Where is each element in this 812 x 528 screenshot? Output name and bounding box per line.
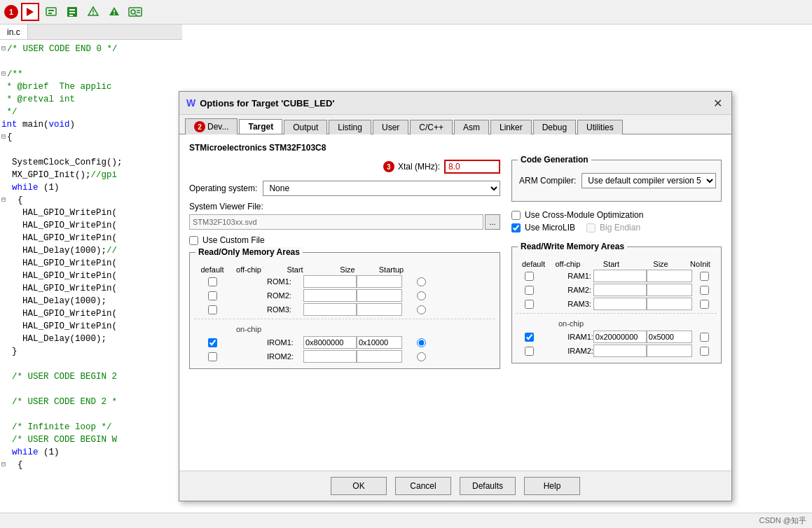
code-line: MX_GPIO_Init();//gpi xyxy=(0,169,182,181)
ok-button[interactable]: OK xyxy=(331,477,387,495)
code-text: /** xyxy=(7,68,23,81)
svg-rect-7 xyxy=(69,15,73,16)
toolbar-btn-3[interactable] xyxy=(63,3,81,21)
iram1-start[interactable] xyxy=(593,331,647,343)
iram1-noinit[interactable] xyxy=(692,333,717,342)
xtal-input[interactable] xyxy=(444,160,500,174)
ram2-start[interactable] xyxy=(593,284,647,296)
rom3-start[interactable] xyxy=(303,303,357,316)
irom2-size[interactable] xyxy=(357,350,402,363)
code-line: HAL_Delay(1000); xyxy=(0,333,182,345)
code-line: ⊟ { xyxy=(0,194,182,207)
toolbar-badge-1: 1 xyxy=(4,5,18,19)
ram2-default-cb[interactable] xyxy=(516,286,542,295)
tab-linker[interactable]: Linker xyxy=(490,120,532,134)
ram2-noinit[interactable] xyxy=(692,286,717,295)
debug-toolbar-button[interactable] xyxy=(21,3,39,21)
rom2-size[interactable] xyxy=(357,289,402,302)
tab-cpp[interactable]: C/C++ xyxy=(410,120,453,134)
code-text: /* USER CODE BEGIN W xyxy=(1,433,117,446)
big-endian-checkbox[interactable] xyxy=(586,223,596,232)
svf-browse-button[interactable]: ... xyxy=(485,214,500,230)
os-select[interactable]: None xyxy=(263,181,500,196)
code-editor[interactable]: ⊟ /* USER CODE END 0 */ ⊟ /** * @brief T… xyxy=(0,40,182,528)
tab-listing[interactable]: Listing xyxy=(329,120,371,134)
svg-rect-2 xyxy=(48,10,54,11)
code-text: HAL_GPIO_WritePin( xyxy=(1,232,117,244)
tab-output[interactable]: Output xyxy=(284,120,327,134)
custom-file-checkbox[interactable] xyxy=(189,236,198,245)
irom1-startup[interactable] xyxy=(402,338,441,347)
microlib-checkbox[interactable] xyxy=(511,223,521,232)
iram1-size[interactable] xyxy=(647,331,692,343)
tab-utilities[interactable]: Utilities xyxy=(577,120,623,134)
code-line: while (1) xyxy=(0,446,182,459)
toolbar-btn-6[interactable] xyxy=(126,3,144,21)
cancel-button[interactable]: Cancel xyxy=(395,477,451,495)
xtal-label: 3 Xtal (MHz): xyxy=(383,161,440,172)
code-text: { xyxy=(7,194,23,207)
ram3-noinit[interactable] xyxy=(692,300,717,309)
defaults-button[interactable]: Defaults xyxy=(460,477,516,495)
toolbar-btn-5[interactable] xyxy=(105,3,123,21)
ram1-noinit[interactable] xyxy=(692,272,717,281)
irom2-default-cb[interactable] xyxy=(194,352,230,361)
code-line: HAL_Delay(1000); xyxy=(0,295,182,307)
irom2-start[interactable] xyxy=(303,350,357,363)
code-text xyxy=(1,408,7,421)
ram2-size[interactable] xyxy=(647,284,692,296)
rom1-start[interactable] xyxy=(303,275,357,288)
toolbar-btn-4[interactable] xyxy=(84,3,102,21)
ram3-size[interactable] xyxy=(647,298,692,310)
code-line: HAL_GPIO_WritePin( xyxy=(0,270,182,282)
iram2-noinit[interactable] xyxy=(692,347,717,356)
code-text: HAL_GPIO_WritePin( xyxy=(1,282,117,295)
code-text: HAL_Delay(1000);// xyxy=(1,244,117,257)
rom2-startup[interactable] xyxy=(402,291,441,300)
ram1-default-cb[interactable] xyxy=(516,272,542,281)
ram1-size[interactable] xyxy=(647,270,692,282)
rom1-size[interactable] xyxy=(357,275,402,288)
rom1-row: ROM1: xyxy=(194,275,495,288)
tab-target[interactable]: Target xyxy=(239,119,282,134)
help-button[interactable]: Help xyxy=(524,477,580,495)
close-button[interactable]: ✕ xyxy=(710,96,724,110)
rom3-size[interactable] xyxy=(357,303,402,316)
tab-asm[interactable]: Asm xyxy=(454,120,489,134)
code-line: * @retval int xyxy=(0,93,182,106)
rom1-default-cb[interactable] xyxy=(194,277,230,286)
svf-input[interactable] xyxy=(189,214,483,230)
code-line: SystemClock_Config(); xyxy=(0,156,182,169)
rom-section-title: Read/Only Memory Areas xyxy=(195,247,303,257)
iram1-default-cb[interactable] xyxy=(516,333,542,342)
big-endian-label: Big Endian xyxy=(600,223,640,232)
big-endian-row: Big Endian xyxy=(586,223,640,232)
irom1-size[interactable] xyxy=(357,336,402,349)
rom1-startup[interactable] xyxy=(402,277,441,286)
iram2-size[interactable] xyxy=(647,345,692,357)
tab-user[interactable]: User xyxy=(373,120,408,134)
rom2-start[interactable] xyxy=(303,289,357,302)
tab-dev[interactable]: 2Dev... xyxy=(185,118,238,134)
rom3-default-cb[interactable] xyxy=(194,305,230,314)
arm-compiler-select[interactable]: Use default compiler version 5 xyxy=(582,173,716,188)
rom3-startup[interactable] xyxy=(402,305,441,314)
ram3-default-cb[interactable] xyxy=(516,300,542,309)
irom1-start[interactable] xyxy=(303,336,357,349)
tab-debug[interactable]: Debug xyxy=(533,120,576,134)
ram3-start[interactable] xyxy=(593,298,647,310)
code-line: /* USER CODE BEGIN W xyxy=(0,433,182,446)
code-text: /* Infinite loop */ xyxy=(1,421,112,433)
spacer xyxy=(511,202,722,210)
irom1-default-cb[interactable] xyxy=(194,338,230,347)
irom2-startup[interactable] xyxy=(402,352,441,361)
os-label: Operating system: xyxy=(189,183,257,193)
rom2-default-cb[interactable] xyxy=(194,291,230,300)
iram2-default-cb[interactable] xyxy=(516,347,542,356)
ram1-start[interactable] xyxy=(593,270,647,282)
iram2-start[interactable] xyxy=(593,345,647,357)
file-tab[interactable]: in.c xyxy=(0,25,28,39)
cross-module-checkbox[interactable] xyxy=(511,211,521,220)
toolbar-btn-2[interactable] xyxy=(42,3,60,21)
dialog-tabs: 2Dev... Target Output Listing User C/C++… xyxy=(179,115,731,134)
